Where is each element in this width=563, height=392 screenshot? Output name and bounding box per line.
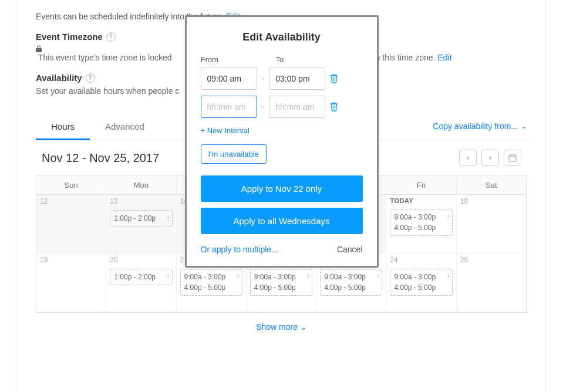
- chevron-down-icon: ⌄: [300, 322, 307, 332]
- cancel-button[interactable]: Cancel: [337, 245, 363, 254]
- time-slot[interactable]: 9:00a - 3:00p4:00p - 5:00p: [180, 269, 242, 296]
- to-label: To: [276, 55, 332, 64]
- new-interval-link[interactable]: + New Interval: [201, 126, 250, 135]
- day-header: Fri: [386, 176, 456, 195]
- day-number: 25: [460, 256, 522, 264]
- calendar-day[interactable]: 13 1:00p - 2:00p: [106, 195, 176, 254]
- dash-separator: -: [262, 102, 265, 111]
- unavailable-button[interactable]: I'm unavailable: [201, 144, 267, 164]
- calendar-day[interactable]: 25: [457, 254, 527, 312]
- time-slot[interactable]: 9:00a - 3:00p 4:00p - 5:00p: [390, 209, 452, 236]
- calendar-day[interactable]: 20 1:00p - 2:00p: [106, 254, 176, 312]
- trash-icon: [330, 74, 338, 83]
- apply-multiple-link[interactable]: Or apply to multiple...: [201, 245, 278, 254]
- apply-all-weekday-button[interactable]: Apply to all Wednesdays: [201, 208, 363, 234]
- to-time-input[interactable]: [269, 67, 325, 90]
- from-time-input[interactable]: [201, 67, 257, 90]
- timezone-suffix-text: in this time zone.: [373, 53, 435, 62]
- show-more-link[interactable]: Show more ⌄: [36, 313, 527, 341]
- help-icon[interactable]: ?: [106, 32, 116, 42]
- edit-availability-modal: Edit Availability From To - -: [185, 15, 379, 268]
- interval-row: -: [201, 96, 363, 118]
- to-time-input[interactable]: [269, 96, 325, 118]
- copy-availability-dropdown[interactable]: Copy availability from... ⌄: [433, 121, 527, 131]
- day-number: 13: [110, 197, 172, 205]
- date-range-text: Nov 12 - Nov 25, 2017: [42, 151, 159, 165]
- day-header: Sat: [457, 176, 527, 195]
- modal-title: Edit Availability: [201, 31, 363, 43]
- calendar-day[interactable]: 19: [36, 254, 106, 312]
- timezone-edit-link[interactable]: Edit: [437, 53, 451, 62]
- chevron-down-icon: ⌄: [521, 122, 527, 130]
- calendar-button[interactable]: [504, 150, 521, 166]
- next-week-button[interactable]: ›: [481, 150, 499, 166]
- day-header: Sun: [36, 176, 106, 195]
- prev-week-button[interactable]: ‹: [459, 150, 477, 166]
- availability-label: Availability: [36, 73, 82, 83]
- calendar-day[interactable]: 18: [457, 195, 527, 254]
- calendar-day[interactable]: 24 9:00a - 3:00p4:00p - 5:00p: [386, 254, 456, 312]
- time-slot[interactable]: 1:00p - 2:00p: [110, 269, 172, 285]
- timezone-locked-text: This event type's time zone is locked: [38, 53, 172, 62]
- dash-separator: -: [262, 74, 265, 83]
- from-time-input[interactable]: [201, 96, 257, 118]
- interval-row: -: [201, 67, 363, 90]
- day-number: 18: [460, 197, 522, 205]
- calendar-day-today[interactable]: TODAY 9:00a - 3:00p 4:00p - 5:00p: [386, 195, 456, 254]
- calendar-day[interactable]: 12: [36, 195, 106, 254]
- apply-single-day-button[interactable]: Apply to Nov 22 only: [201, 175, 363, 202]
- time-slot[interactable]: 9:00a - 3:00p4:00p - 5:00p: [390, 269, 452, 296]
- tab-advanced[interactable]: Advanced: [90, 113, 160, 140]
- svg-rect-0: [509, 155, 516, 161]
- day-number: 19: [40, 256, 102, 264]
- calendar-icon: [508, 154, 517, 162]
- day-number: 12: [40, 197, 102, 205]
- help-icon[interactable]: ?: [86, 73, 95, 83]
- tab-hours[interactable]: Hours: [36, 113, 90, 140]
- time-slot[interactable]: 1:00p - 2:00p: [110, 210, 172, 227]
- day-number: 24: [390, 256, 452, 264]
- trash-icon: [330, 102, 338, 111]
- day-header: Mon: [106, 176, 176, 195]
- today-label: TODAY: [390, 197, 452, 204]
- time-slot[interactable]: 9:00a - 3:00p4:00p - 5:00p: [250, 269, 312, 296]
- delete-interval-button[interactable]: [330, 102, 338, 111]
- from-label: From: [201, 55, 257, 64]
- day-number: 20: [110, 256, 172, 264]
- copy-availability-label: Copy availability from...: [433, 121, 518, 131]
- delete-interval-button[interactable]: [330, 74, 338, 83]
- time-slot[interactable]: 9:00a - 3:00p4:00p - 5:00p: [320, 269, 382, 296]
- timezone-label: Event Timezone: [36, 32, 103, 42]
